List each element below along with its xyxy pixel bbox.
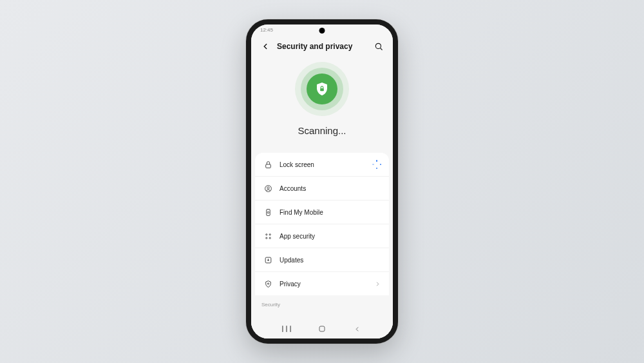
- clock: 12:45: [260, 27, 273, 33]
- row-find-my-mobile[interactable]: Find My Mobile: [255, 201, 389, 224]
- svg-point-11: [269, 237, 270, 239]
- shield-graphic: [295, 62, 349, 116]
- svg-point-9: [269, 233, 270, 235]
- svg-rect-6: [266, 209, 269, 215]
- page-title: Security and privacy: [277, 42, 367, 51]
- screen: 12:45 Security and privacy S: [251, 25, 393, 338]
- row-label: Lock screen: [279, 161, 366, 168]
- back-icon: [354, 326, 361, 333]
- front-camera: [319, 28, 325, 34]
- row-label: Updates: [279, 257, 381, 264]
- chevron-right-icon: [374, 280, 381, 288]
- account-icon: [263, 183, 273, 193]
- svg-point-10: [265, 237, 267, 239]
- app-header: Security and privacy: [251, 37, 393, 58]
- home-button[interactable]: [316, 325, 328, 333]
- row-lock-screen[interactable]: Lock screen: [255, 153, 389, 177]
- row-label: App security: [279, 233, 381, 240]
- row-label: Privacy: [279, 280, 368, 288]
- row-label: Find My Mobile: [279, 209, 381, 216]
- section-header-security: Security: [251, 295, 393, 309]
- svg-rect-17: [319, 326, 325, 331]
- svg-point-8: [265, 233, 267, 235]
- apps-icon: [263, 231, 273, 241]
- shield-lock-icon: [314, 81, 330, 97]
- loading-indicator: [372, 160, 381, 169]
- svg-point-5: [267, 186, 269, 188]
- privacy-icon: [263, 279, 273, 289]
- update-icon: [263, 255, 273, 265]
- status-hero: Scanning...: [251, 58, 393, 148]
- svg-point-4: [265, 185, 271, 191]
- search-icon: [374, 42, 383, 51]
- lock-icon: [263, 159, 273, 170]
- recents-button[interactable]: [280, 325, 293, 333]
- svg-point-7: [267, 211, 269, 213]
- nav-back-button[interactable]: [351, 326, 364, 333]
- row-privacy[interactable]: Privacy: [255, 272, 389, 295]
- row-app-security[interactable]: App security: [255, 224, 389, 248]
- svg-rect-2: [320, 88, 324, 91]
- svg-line-1: [381, 48, 383, 50]
- back-button[interactable]: [259, 40, 272, 53]
- home-icon: [318, 325, 326, 333]
- phone-frame: 12:45 Security and privacy S: [246, 19, 398, 344]
- row-accounts[interactable]: Accounts: [255, 177, 389, 201]
- row-label: Accounts: [279, 185, 381, 192]
- chevron-left-icon: [261, 42, 270, 51]
- search-button[interactable]: [372, 40, 385, 53]
- settings-list: Lock screen Accounts Find My Mobile: [255, 153, 389, 295]
- row-updates[interactable]: Updates: [255, 248, 389, 272]
- locate-icon: [263, 207, 273, 217]
- recents-icon: [282, 325, 291, 333]
- svg-point-13: [267, 282, 269, 284]
- svg-rect-3: [265, 164, 270, 167]
- system-nav-bar: [251, 319, 393, 338]
- scan-status-text: Scanning...: [298, 125, 346, 136]
